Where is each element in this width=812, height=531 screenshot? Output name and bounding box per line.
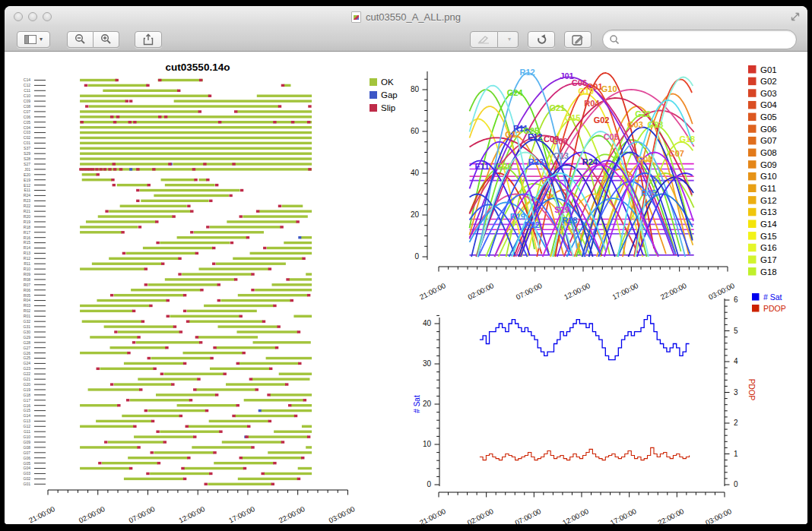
ok-bar: [268, 451, 312, 454]
ok-bar: [165, 278, 235, 280]
ok-bar: [156, 394, 216, 396]
gantt-row-label: G16: [24, 403, 31, 408]
legend-label: G01: [760, 65, 777, 74]
legend-label: # Sat: [763, 292, 782, 302]
gantt-row-label: G18: [24, 393, 31, 397]
sidebar-icon: [24, 35, 36, 44]
legend-swatch: [748, 196, 756, 204]
legend-label: G04: [760, 100, 777, 109]
satellite-label: R22: [525, 220, 540, 229]
slip-mark: [183, 310, 186, 312]
slip-mark: [137, 336, 140, 338]
gap-mark: [298, 236, 301, 239]
toolbar: ▾: [5, 27, 807, 52]
legend-label: G16: [760, 243, 777, 252]
satellite-label: G03: [627, 120, 643, 129]
gantt-row-label: R02: [24, 308, 30, 313]
svg-text:0: 0: [734, 480, 738, 488]
rotate-left-button[interactable]: [528, 31, 555, 48]
slip-mark: [187, 457, 190, 459]
slip-mark: [146, 473, 149, 475]
titlebar[interactable]: cut03550_A_ALL.png: [5, 6, 807, 27]
slip-mark: [219, 431, 222, 433]
search-input[interactable]: [620, 33, 790, 46]
svg-text:02:00:00: 02:00:00: [466, 507, 495, 524]
legend-label: G08: [760, 148, 777, 157]
slip-mark: [157, 462, 160, 464]
ok-bar: [177, 404, 237, 406]
slip-mark: [199, 341, 202, 343]
gantt-row-label: C12: [24, 83, 30, 87]
legend-swatch: [370, 91, 377, 99]
slip-mark: [271, 483, 274, 485]
ok-bar: [88, 84, 148, 87]
slip-mark: [230, 242, 233, 244]
highlight-pen-button[interactable]: [470, 31, 498, 48]
markup-toolbar-button[interactable]: [564, 31, 592, 48]
legend-label: G13: [760, 207, 777, 217]
zoom-in-button[interactable]: [94, 31, 119, 48]
ok-bar: [220, 299, 290, 302]
legend-swatch: [748, 125, 756, 133]
ok-bar: [104, 325, 174, 327]
slip-mark: [307, 435, 310, 438]
legend-swatch: [748, 208, 756, 217]
slip-mark: [173, 325, 176, 327]
slip-mark: [199, 79, 202, 81]
slip-mark: [156, 242, 159, 244]
gantt-row-label: S27: [24, 162, 30, 166]
satellite-label: G23: [648, 120, 664, 129]
slip-mark: [99, 168, 102, 170]
ok-bar: [184, 467, 244, 469]
ok-bar: [196, 388, 256, 390]
legend-swatch: [748, 267, 756, 276]
svg-text:4: 4: [734, 357, 738, 365]
slip-mark: [116, 115, 119, 118]
slip-mark: [179, 415, 182, 417]
ok-bar: [173, 163, 312, 165]
ok-bar: [80, 231, 122, 233]
sidebar-view-button[interactable]: ▾: [17, 31, 50, 48]
share-button[interactable]: [135, 31, 162, 48]
slip-mark: [190, 210, 193, 212]
ok-bar: [134, 435, 194, 438]
legend-label: G10: [760, 172, 777, 181]
gantt-row-label: C10: [24, 93, 30, 98]
figure-cut03550: cut03550.14oOKGapSlipC14C12C11C10C09C08C…: [5, 52, 807, 524]
ok-bar: [189, 320, 262, 322]
slip-mark: [246, 236, 249, 239]
fullscreen-icon[interactable]: [791, 12, 800, 21]
ok-bar: [143, 247, 213, 249]
zoom-out-button[interactable]: [67, 31, 94, 48]
slip-mark: [160, 373, 163, 375]
ok-bar: [208, 483, 271, 485]
slip-mark: [190, 231, 193, 233]
slip-mark: [278, 205, 281, 207]
ok-bar: [128, 457, 188, 459]
slip-mark: [129, 467, 132, 469]
ok-bar: [98, 215, 173, 217]
satellite-label: G02: [594, 115, 610, 125]
slip-mark: [178, 258, 181, 260]
slip-mark: [108, 168, 111, 170]
slip-mark: [129, 100, 132, 102]
slip-mark: [98, 462, 101, 464]
gantt-row-label: C06: [24, 115, 30, 119]
gantt-row-label: R12: [24, 256, 30, 261]
ok-bar: [266, 357, 312, 359]
slip-mark: [114, 330, 117, 333]
svg-text:60: 60: [411, 127, 420, 135]
slip-mark: [210, 357, 213, 359]
slip-mark: [155, 220, 158, 223]
slip-mark: [281, 84, 284, 87]
satellite-label: R04: [584, 99, 600, 108]
ok-bar: [80, 267, 144, 270]
slip-mark: [177, 90, 180, 92]
slip-mark: [195, 336, 198, 338]
slip-mark: [275, 346, 278, 349]
svg-text:03:00:00: 03:00:00: [704, 507, 733, 524]
search-field[interactable]: [602, 30, 797, 49]
highlight-pen-menu-button[interactable]: ▾: [498, 31, 519, 48]
gantt-row-label: G23: [24, 366, 31, 371]
slip-mark: [245, 435, 248, 438]
